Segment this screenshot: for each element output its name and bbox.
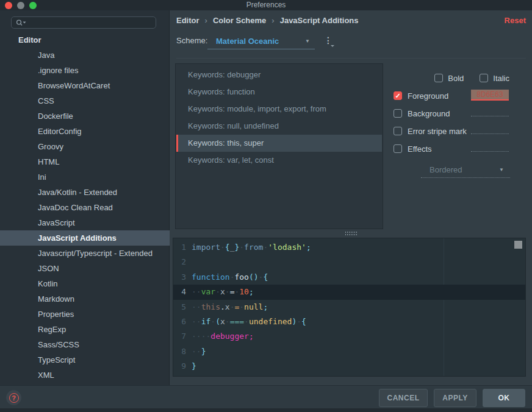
code-line-8: 8··} xyxy=(173,344,525,359)
background-checkbox[interactable] xyxy=(394,109,402,118)
token-op: . xyxy=(220,302,225,311)
line-number: 5 xyxy=(173,300,186,314)
minimize-window-button[interactable] xyxy=(17,2,24,9)
token-ws: ·· xyxy=(192,302,201,311)
scheme-dropdown-value: Material Oceanic xyxy=(216,37,279,46)
error-stripe-mark-checkbox[interactable] xyxy=(394,127,402,135)
effects-row: Effects xyxy=(394,143,526,155)
splitter-handle-icon[interactable] xyxy=(345,231,357,236)
token-fname: foo xyxy=(234,272,248,282)
code-line-2: 2 xyxy=(173,255,525,269)
code-text: ····debugger; xyxy=(192,329,254,344)
scheme-actions-kebab-icon[interactable]: ⋮ xyxy=(323,35,333,47)
sidebar-item-dockerfile[interactable]: Dockerfile xyxy=(0,108,170,124)
token-ws: ···· xyxy=(192,332,210,341)
code-text: function·foo()·{ xyxy=(192,270,268,285)
token-number: 10 xyxy=(239,287,249,296)
italic-label: Italic xyxy=(493,74,509,83)
error-stripe-mark-color-field[interactable] xyxy=(471,133,509,134)
bold-checkbox[interactable] xyxy=(434,74,443,82)
foreground-color-field[interactable]: 8D6E63 xyxy=(471,90,509,101)
scheme-label: Scheme: xyxy=(176,36,207,45)
breadcrumb-editor[interactable]: Editor xyxy=(176,16,200,25)
effects-type-dropdown[interactable]: Bordered ▼ xyxy=(421,162,510,178)
sidebar-item-properties[interactable]: Properties xyxy=(0,307,170,322)
attribute-item-keywords-module-import-export-from[interactable]: Keywords: module, import, export, from xyxy=(176,101,382,118)
line-number: 2 xyxy=(173,255,186,269)
token-punct: ; xyxy=(249,287,254,296)
sidebar-item-kotlin[interactable]: Kotlin xyxy=(0,276,170,291)
background-color-field[interactable] xyxy=(471,116,509,116)
sidebar-item-css[interactable]: CSS xyxy=(0,93,170,108)
close-window-button[interactable] xyxy=(5,2,12,9)
effects-checkbox[interactable] xyxy=(394,144,402,153)
reset-link[interactable]: Reset xyxy=(505,16,526,25)
help-button[interactable]: ? xyxy=(6,390,21,405)
attribute-item-keywords-this-super[interactable]: Keywords: this, super xyxy=(176,135,382,152)
sidebar-item-regexp[interactable]: RegExp xyxy=(0,322,170,337)
code-line-3: 3function·foo()·{ xyxy=(173,270,525,285)
attribute-list: Keywords: debuggerKeywords: functionKeyw… xyxy=(175,63,383,229)
sidebar-item-sass-scss[interactable]: Sass/SCSS xyxy=(0,337,170,352)
window-bottom-edge xyxy=(0,408,532,412)
sidebar-item-java-kotlin-extended[interactable]: Java/Kotlin - Extended xyxy=(0,185,170,200)
code-line-7: 7····debugger; xyxy=(173,329,525,344)
token-ws: ·· xyxy=(192,347,201,356)
sidebar-item-markdown[interactable]: Markdown xyxy=(0,291,170,307)
token-kwDebugger: debugger; xyxy=(210,332,253,341)
token-punct: } xyxy=(201,347,206,356)
sidebar-item-json[interactable]: JSON xyxy=(0,261,170,276)
sidebar-item-javadoc-clean-read[interactable]: JavaDoc Clean Read xyxy=(0,200,170,215)
attribute-item-keywords-debugger[interactable]: Keywords: debugger xyxy=(176,66,382,83)
zoom-window-button[interactable] xyxy=(29,2,37,9)
sidebar-item-javascript-typescript-extended[interactable]: Javascript/Typescript - Extended xyxy=(0,246,170,261)
foreground-label: Foreground xyxy=(408,91,448,101)
sidebar-item-editorconfig[interactable]: EditorConfig xyxy=(0,124,170,139)
italic-checkbox[interactable] xyxy=(480,74,488,82)
preferences-window: Preferences Editor Java.ignore filesBrow… xyxy=(0,0,532,412)
error-stripe-mark-label: Error stripe mark xyxy=(408,127,467,136)
code-line-6: 6··if·(x·===·undefined)·{ xyxy=(173,314,525,329)
preview-editor[interactable]: 1import·{_}·from·'lodash';23function·foo… xyxy=(173,238,526,377)
token-ws: · xyxy=(239,302,244,311)
effects-type-value: Bordered xyxy=(430,165,462,174)
sidebar-item-ignore-files[interactable]: .ignore files xyxy=(0,63,170,78)
foreground-row: ✓Foreground8D6E63 xyxy=(394,90,526,102)
token-kwThis: this xyxy=(201,302,220,311)
sidebar-item-xml[interactable]: XML xyxy=(0,368,170,383)
token-ws: ·· xyxy=(192,287,201,296)
sidebar-item-javascript-additions[interactable]: JavaScript Additions xyxy=(0,230,170,246)
traffic-lights xyxy=(5,2,37,9)
sidebar-item-java[interactable]: Java xyxy=(0,48,170,63)
line-number: 4 xyxy=(173,285,186,299)
apply-button[interactable]: APPLY xyxy=(434,389,476,407)
line-number: 3 xyxy=(173,270,186,285)
code-line-4: 4··var·x·=·10; xyxy=(173,285,525,299)
line-number: 9 xyxy=(173,359,186,374)
token-opEq: === xyxy=(230,317,244,326)
token-ws: · xyxy=(239,243,244,252)
effects-color-field[interactable] xyxy=(471,151,509,152)
sidebar-item-javascript[interactable]: JavaScript xyxy=(0,215,170,230)
code-line-5: 5··this.x·=·null; xyxy=(173,300,525,314)
token-ws: · xyxy=(244,317,249,326)
token-punct: { xyxy=(263,272,268,282)
attribute-item-keywords-function[interactable]: Keywords: function xyxy=(176,83,382,101)
token-kwVar: var xyxy=(201,287,215,296)
sidebar-item-html[interactable]: HTML xyxy=(0,154,170,169)
foreground-checkbox[interactable]: ✓ xyxy=(394,91,402,100)
attribute-item-keywords-null-undefined[interactable]: Keywords: null, undefined xyxy=(176,118,382,135)
sidebar-item-ini[interactable]: Ini xyxy=(0,169,170,185)
scheme-dropdown[interactable]: Material Oceanic ▼ xyxy=(207,33,315,49)
token-ident: x xyxy=(220,287,225,296)
breadcrumb-color-scheme[interactable]: Color Scheme xyxy=(213,16,266,25)
cancel-button[interactable]: CANCEL xyxy=(379,389,428,407)
sidebar-item-browsewordatcaret[interactable]: BrowseWordAtCaret xyxy=(0,78,170,93)
token-ws: · xyxy=(215,287,220,296)
attribute-item-keywords-var-let-const[interactable]: Keywords: var, let, const xyxy=(176,152,382,169)
sidebar-item-groovy[interactable]: Groovy xyxy=(0,139,170,154)
sidebar-item-typescript[interactable]: TypeScript xyxy=(0,352,170,368)
ok-button[interactable]: OK xyxy=(483,389,525,407)
code-text: ··var·x·=·10; xyxy=(192,285,254,299)
token-kwNull: null xyxy=(244,302,263,311)
